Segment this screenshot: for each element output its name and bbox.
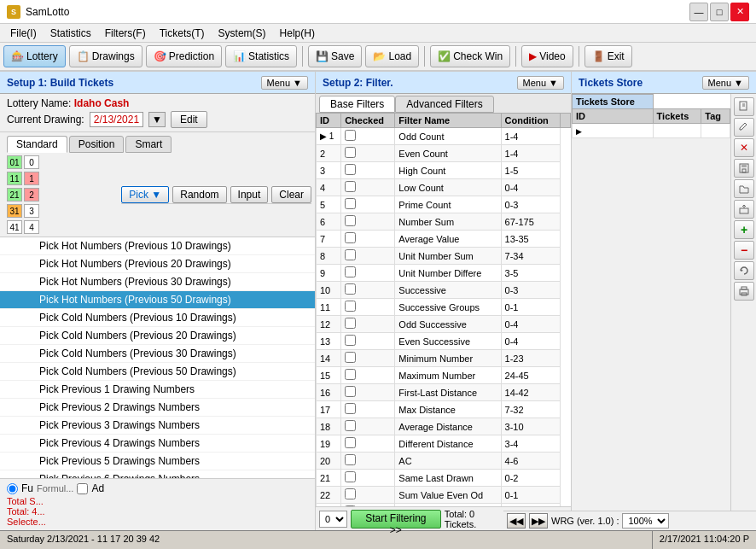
list-item[interactable]: Pick Previous 4 Drawings Numbers	[0, 435, 315, 453]
table-row[interactable]: 12Odd Successive0-4	[317, 316, 571, 333]
list-item-selected[interactable]: Pick Hot Numbers (Previous 50 Drawings)	[0, 291, 315, 309]
icon-btn-open[interactable]	[734, 179, 754, 198]
table-row[interactable]: 19Different Distance3-4	[317, 435, 571, 453]
tab-position[interactable]: Position	[69, 136, 125, 153]
edit-button[interactable]: Edit	[171, 111, 207, 128]
filter-check[interactable]	[345, 266, 356, 277]
zoom-select[interactable]: 100%	[622, 513, 669, 529]
filter-check[interactable]	[345, 283, 356, 295]
filter-check[interactable]	[345, 147, 356, 158]
filter-check[interactable]	[345, 386, 356, 397]
toolbar-load[interactable]: 📂 Load	[365, 45, 419, 67]
tab-base-filters[interactable]: Base Filters	[319, 96, 395, 113]
table-row[interactable]: 8Unit Number Sum7-34	[317, 248, 571, 265]
list-item[interactable]: Pick Cold Numbers (Previous 10 Drawings)	[0, 309, 315, 327]
toolbar-lottery[interactable]: 🎰 Lottery	[3, 45, 66, 67]
table-row[interactable]: 7Average Value13-35	[317, 231, 571, 248]
table-row[interactable]: 2Even Count1-4	[317, 145, 571, 162]
table-row[interactable]: 11Successive Groups0-1	[317, 299, 571, 316]
mid-panel-menu-button[interactable]: Menu ▼	[517, 76, 564, 90]
minimize-button[interactable]: —	[689, 3, 708, 21]
list-item[interactable]: Pick Previous 1 Drawing Numbers	[0, 381, 315, 399]
input-button[interactable]: Input	[230, 186, 269, 203]
table-row[interactable]: 15Maximum Number24-45	[317, 367, 571, 384]
filter-check[interactable]	[345, 352, 356, 363]
filter-check[interactable]	[345, 215, 356, 226]
table-row[interactable]: 18Average Distance3-10	[317, 418, 571, 435]
filter-check[interactable]	[345, 164, 356, 175]
filter-check[interactable]	[345, 437, 356, 448]
list-item[interactable]: Pick Previous 5 Drawings Numbers	[0, 453, 315, 470]
list-item[interactable]: Pick Previous 6 Drawings Numbers	[0, 470, 315, 478]
menu-tickets[interactable]: Tickets(T)	[153, 26, 212, 41]
filter-check[interactable]	[345, 335, 356, 346]
toolbar-statistics[interactable]: 📊 Statistics	[225, 45, 297, 67]
table-row[interactable]: 9Unit Number Differe3-5	[317, 265, 571, 282]
toolbar-save[interactable]: 💾 Save	[308, 45, 362, 67]
table-row[interactable]: 6Number Sum67-175	[317, 213, 571, 231]
left-panel-menu-button[interactable]: Menu ▼	[261, 76, 308, 90]
table-row[interactable]: 10Successive0-3	[317, 282, 571, 299]
list-item[interactable]: Pick Cold Numbers (Previous 20 Drawings)	[0, 327, 315, 345]
list-item[interactable]: Pick Cold Numbers (Previous 50 Drawings)	[0, 363, 315, 381]
table-row[interactable]: 20AC4-6	[317, 453, 571, 470]
list-item[interactable]: Pick Previous 3 Drawings Numbers	[0, 417, 315, 435]
table-row[interactable]: 14Minimum Number1-23	[317, 350, 571, 367]
table-row[interactable]: 5Prime Count0-3	[317, 196, 571, 213]
table-row[interactable]: 22Sum Value Even Od0-1	[317, 487, 571, 504]
toolbar-exit[interactable]: 🚪 Exit	[584, 45, 632, 67]
tab-advanced-filters[interactable]: Advanced Filters	[395, 96, 493, 113]
list-item[interactable]: Pick Hot Numbers (Previous 30 Drawings)	[0, 273, 315, 291]
formula-radio-fu[interactable]	[7, 483, 18, 494]
table-row[interactable]: ▶ 1Odd Count1-4	[317, 128, 571, 145]
menu-filters[interactable]: Filters(F)	[98, 26, 153, 41]
icon-btn-delete[interactable]: ✕	[734, 138, 754, 157]
icon-btn-new[interactable]	[734, 97, 754, 116]
icon-btn-remove[interactable]: −	[734, 241, 754, 260]
filter-check[interactable]	[345, 198, 356, 209]
filter-check[interactable]	[345, 301, 356, 312]
list-item[interactable]: Pick Cold Numbers (Previous 30 Drawings)	[0, 345, 315, 363]
maximize-button[interactable]: □	[710, 3, 729, 21]
table-row[interactable]: 4Low Count0-4	[317, 179, 571, 196]
pick-button[interactable]: Pick ▼	[121, 186, 169, 203]
table-row[interactable]: 21Same Last Drawn0-2	[317, 470, 571, 487]
drawing-date-dropdown[interactable]: ▼	[148, 112, 166, 127]
tab-standard[interactable]: Standard	[7, 136, 67, 153]
filter-check[interactable]	[345, 454, 356, 465]
icon-btn-export[interactable]	[734, 200, 754, 219]
tab-smart[interactable]: Smart	[125, 136, 172, 153]
list-item[interactable]: Pick Hot Numbers (Previous 20 Drawings)	[0, 255, 315, 273]
filter-check[interactable]	[345, 488, 356, 499]
table-row[interactable]: 3High Count1-5	[317, 162, 571, 179]
toolbar-video[interactable]: ▶ Video	[521, 45, 573, 67]
menu-file[interactable]: File(I)	[3, 26, 44, 41]
right-panel-menu-button[interactable]: Menu ▼	[702, 76, 749, 90]
clear-button[interactable]: Clear	[271, 186, 311, 203]
filter-check[interactable]	[345, 403, 356, 414]
filter-check[interactable]	[345, 249, 356, 260]
icon-btn-add[interactable]: +	[734, 220, 754, 239]
icon-btn-print[interactable]	[734, 282, 754, 301]
list-item[interactable]: Pick Hot Numbers (Previous 10 Drawings)	[0, 237, 315, 255]
icon-btn-edit[interactable]	[734, 118, 754, 137]
filter-check[interactable]	[345, 318, 356, 329]
filter-check[interactable]	[345, 420, 356, 431]
menu-help[interactable]: Help(H)	[273, 26, 322, 41]
toolbar-drawings[interactable]: 📋 Drawings	[69, 45, 142, 67]
toolbar-prediction[interactable]: 🎯 Prediction	[146, 45, 222, 67]
list-item[interactable]: Pick Previous 2 Drawings Numbers	[0, 399, 315, 417]
icon-btn-save[interactable]	[734, 159, 754, 178]
table-row[interactable]: 13Even Successive0-4	[317, 333, 571, 350]
close-button[interactable]: ✕	[730, 3, 749, 21]
filter-check[interactable]	[345, 232, 356, 243]
filter-select[interactable]: 0	[319, 511, 347, 528]
start-filtering-button[interactable]: Start Filtering >>	[351, 510, 441, 529]
table-row[interactable]	[573, 124, 730, 138]
filter-check[interactable]	[345, 369, 356, 380]
add-checkbox[interactable]	[77, 483, 88, 494]
toolbar-checkwin[interactable]: ✅ Check Win	[430, 45, 510, 67]
filter-check[interactable]	[345, 471, 356, 482]
table-row[interactable]: 17Max Distance7-32	[317, 401, 571, 418]
menu-system[interactable]: System(S)	[212, 26, 273, 41]
